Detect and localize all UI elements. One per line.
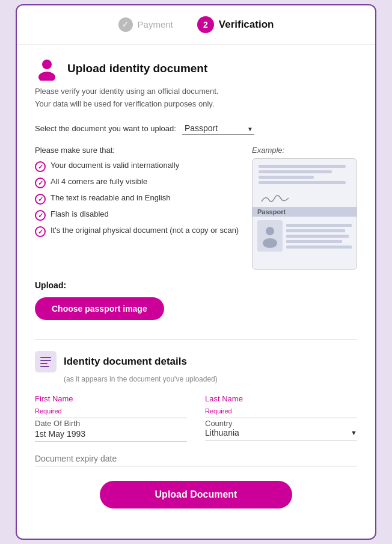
document-type-select[interactable]: Passport ID Card Driving Licence — [182, 122, 254, 135]
section-title: Upload identity document — [67, 62, 207, 75]
check-icon-2 — [35, 178, 46, 188]
checklist-title: Please make sure that: — [35, 146, 242, 155]
passport-photo-placeholder — [257, 220, 283, 252]
main-card: ✓ Payment 2 Verification Upload identity… — [16, 4, 376, 540]
expiry-field — [35, 451, 357, 466]
check-example-row: Please make sure that: Your document is … — [35, 146, 357, 270]
upload-label: Upload: — [35, 280, 357, 290]
main-content: Upload identity document Please verify y… — [17, 45, 375, 521]
list-icon — [39, 355, 52, 368]
svg-rect-6 — [40, 363, 47, 364]
section-divider — [35, 339, 357, 340]
dob-label: Date Of Birth — [35, 419, 187, 428]
step-payment: ✓ Payment — [118, 17, 173, 32]
example-area: Example: Passport — [252, 146, 357, 270]
country-label: Country — [205, 419, 357, 428]
passport-example: Passport — [252, 158, 357, 270]
svg-point-0 — [42, 60, 52, 69]
check-icon-4 — [35, 210, 46, 221]
document-select-row: Select the document you want to upload: … — [35, 122, 357, 135]
details-icon — [35, 351, 57, 372]
choose-passport-button[interactable]: Choose passport image — [35, 297, 164, 320]
check-icon-1 — [35, 161, 46, 172]
payment-check-icon: ✓ — [118, 17, 133, 32]
payment-label: Payment — [138, 19, 173, 29]
signature-icon — [259, 192, 292, 205]
example-label: Example: — [252, 146, 357, 155]
person-silhouette-icon — [261, 224, 279, 248]
details-title: Identity document details — [64, 356, 187, 368]
country-dropdown-arrow: ▼ — [351, 429, 357, 436]
last-name-label: Last Name — [205, 394, 357, 403]
last-name-field: Last Name Required Country Lithuania Lat… — [205, 394, 357, 442]
verification-label: Verification — [219, 19, 274, 31]
check-icon-5 — [35, 226, 46, 237]
document-type-wrapper[interactable]: Passport ID Card Driving Licence — [182, 122, 254, 135]
svg-point-2 — [266, 227, 274, 235]
steps-header: ✓ Payment 2 Verification — [17, 5, 375, 45]
svg-point-1 — [38, 72, 55, 81]
section-subtitle: Please verify your identity using an off… — [35, 85, 357, 111]
upload-document-button[interactable]: Upload Document — [100, 481, 292, 508]
check-item-2: All 4 corners are fully visible — [35, 177, 242, 188]
checklist: Please make sure that: Your document is … — [35, 146, 242, 270]
first-name-value[interactable]: Required — [35, 406, 187, 418]
first-name-label: First Name — [35, 394, 187, 403]
last-name-value[interactable]: Required — [205, 406, 357, 418]
check-item-4: Flash is disabled — [35, 209, 242, 221]
dob-value: 1st May 1993 — [35, 429, 187, 442]
check-item-5: It's the original physical document (not… — [35, 226, 242, 237]
passport-label-strip: Passport — [253, 207, 357, 217]
country-row[interactable]: Lithuania Latvia Estonia Poland ▼ — [205, 428, 357, 440]
step-verification: 2 Verification — [197, 16, 274, 33]
details-subtitle: (as it appears in the document you've up… — [64, 375, 357, 383]
select-label: Select the document you want to upload: — [35, 124, 176, 133]
person-icon — [35, 57, 59, 81]
details-header: Identity document details — [35, 351, 357, 372]
passport-mrz — [286, 220, 352, 252]
check-item-3: The text is readable and in English — [35, 193, 242, 205]
check-icon-3 — [35, 194, 46, 205]
svg-rect-4 — [40, 357, 51, 358]
check-item-1: Your document is valid internationally — [35, 161, 242, 172]
svg-point-3 — [263, 238, 277, 248]
form-row-1: First Name Required Date Of Birth 1st Ma… — [35, 394, 357, 442]
section-header: Upload identity document — [35, 57, 357, 81]
first-name-field: First Name Required Date Of Birth 1st Ma… — [35, 394, 187, 442]
expiry-input[interactable] — [35, 451, 357, 466]
country-select[interactable]: Lithuania Latvia Estonia Poland — [205, 428, 351, 437]
svg-rect-7 — [40, 366, 49, 367]
svg-rect-5 — [40, 360, 51, 361]
verification-number-badge: 2 — [197, 16, 214, 33]
